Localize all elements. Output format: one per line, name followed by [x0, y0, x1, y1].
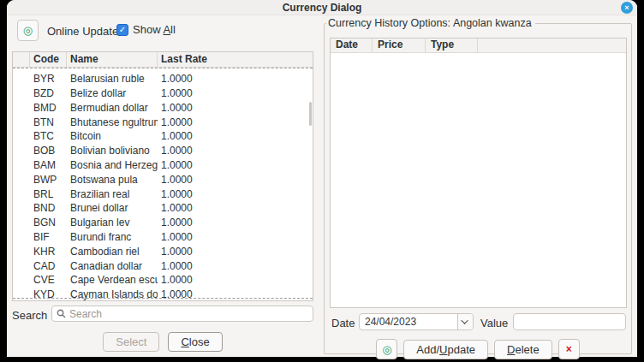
- table-cell: 1.0000: [158, 159, 313, 171]
- table-cell: 1.0000: [158, 260, 313, 272]
- table-row[interactable]: BZDBelize dollar1.0000: [13, 86, 313, 101]
- column-header-expander[interactable]: [13, 52, 30, 67]
- table-cell: 1.0000: [158, 73, 313, 85]
- close-icon[interactable]: ×: [621, 2, 633, 14]
- table-row[interactable]: CADCanadian dollar1.0000: [13, 258, 313, 273]
- table-cell: Botswana pula: [67, 174, 158, 186]
- table-cell: Belize dollar: [67, 87, 158, 99]
- value-input[interactable]: [513, 313, 626, 330]
- search-input[interactable]: [69, 308, 308, 320]
- show-all-checkbox[interactable]: ✓: [116, 24, 128, 36]
- table-cell: Bhutanese ngultrum: [67, 116, 158, 128]
- table-cell: Cambodian riel: [67, 246, 158, 258]
- table-cell: Cape Verdean escudo: [67, 274, 158, 286]
- table-cell: 1.0000: [158, 188, 313, 200]
- value-label: Value: [480, 317, 508, 329]
- table-cell: BGN: [30, 217, 67, 228]
- date-dropdown-button[interactable]: [457, 314, 473, 329]
- table-cell: KHR: [30, 246, 67, 258]
- currency-list-header[interactable]: Code Name Last Rate: [13, 52, 313, 68]
- table-cell: 1.0000: [158, 87, 313, 99]
- search-label: Search: [12, 309, 47, 322]
- table-cell: 1.0000: [158, 246, 313, 258]
- column-header-code[interactable]: Code: [30, 52, 67, 67]
- select-button[interactable]: Select: [103, 332, 159, 352]
- table-cell: Bulgarian lev: [67, 217, 158, 228]
- table-cell: 1.0000: [158, 217, 313, 228]
- table-cell: Canadian dollar: [67, 260, 158, 272]
- table-cell: 1.0000: [158, 231, 313, 243]
- table-cell: CVE: [30, 274, 67, 286]
- table-row[interactable]: BMDBermudian dollar1.0000: [13, 100, 313, 115]
- column-header-type[interactable]: Type: [426, 39, 478, 52]
- column-header-blank[interactable]: [478, 39, 626, 52]
- table-row[interactable]: BTCBitcoin1.0000: [13, 129, 313, 144]
- table-cell: BMD: [30, 102, 67, 114]
- table-cell: BAM: [30, 159, 67, 171]
- column-header-price[interactable]: Price: [373, 39, 426, 52]
- table-row[interactable]: BOBBolivian boliviano1.0000: [13, 144, 313, 158]
- history-table[interactable]: Date Price Type: [330, 38, 627, 308]
- date-label: Date: [331, 317, 355, 329]
- show-all-checkbox-group[interactable]: ✓ Show All: [116, 23, 176, 36]
- table-row[interactable]: BNDBrunei dollar1.0000: [13, 201, 313, 216]
- table-cell: BWP: [30, 174, 67, 186]
- table-cell: 1.0000: [158, 102, 313, 114]
- online-update-label: Online Update: [47, 25, 118, 38]
- vertical-scrollbar[interactable]: [309, 102, 312, 126]
- table-cell: BTC: [30, 130, 67, 142]
- delete-button[interactable]: Delete: [494, 340, 552, 359]
- date-combobox[interactable]: 24/04/2023: [359, 313, 474, 330]
- titlebar[interactable]: Currency Dialog ×: [7, 0, 637, 15]
- currency-history-title: Currency History Options: Angolan kwanza: [326, 17, 535, 29]
- chevron-down-icon: [461, 317, 468, 323]
- table-cell: BYR: [30, 73, 67, 85]
- column-header-name[interactable]: Name: [67, 52, 158, 67]
- table-cell: Bitcoin: [67, 130, 158, 142]
- table-row[interactable]: BTNBhutanese ngultrum1.0000: [13, 115, 313, 129]
- table-row[interactable]: BWPBotswana pula1.0000: [13, 172, 313, 187]
- table-row[interactable]: BAMBosnia and Herzegov1.0000: [13, 158, 313, 173]
- table-row[interactable]: BIFBurundi franc1.0000: [13, 230, 313, 245]
- table-cell: BZD: [30, 87, 67, 99]
- table-cell: 1.0000: [158, 116, 313, 128]
- table-cell: BIF: [30, 231, 67, 243]
- scroll-undershoot-top: [13, 68, 313, 68]
- remove-price-button[interactable]: ×: [558, 339, 580, 359]
- scroll-undershoot-bottom: [13, 298, 313, 299]
- table-cell: BND: [30, 202, 67, 214]
- table-row[interactable]: BGNBulgarian lev1.0000: [13, 216, 313, 230]
- table-cell: 1.0000: [158, 174, 313, 186]
- close-button[interactable]: Close: [168, 332, 222, 352]
- table-cell: Belarusian ruble: [67, 73, 158, 85]
- column-header-date[interactable]: Date: [331, 39, 373, 52]
- date-value[interactable]: 24/04/2023: [360, 314, 457, 329]
- table-row[interactable]: BYRBelarusian ruble1.0000: [13, 72, 313, 86]
- currency-list-body[interactable]: BBDBarbadian dollar1.0000BYRBelarusian r…: [13, 68, 313, 300]
- online-update-icon: ◎: [23, 25, 33, 36]
- table-cell: 1.0000: [158, 145, 313, 157]
- red-x-icon: ×: [566, 344, 572, 354]
- table-cell: 1.0000: [158, 130, 313, 142]
- table-cell: Burundi franc: [67, 231, 158, 243]
- search-field[interactable]: [51, 306, 313, 322]
- table-row[interactable]: BRLBrazilian real1.0000: [13, 187, 313, 201]
- search-icon: [57, 309, 66, 318]
- table-row[interactable]: KHRCambodian riel1.0000: [13, 244, 313, 258]
- table-cell: 1.0000: [158, 202, 313, 214]
- currency-list[interactable]: Code Name Last Rate BBDBarbadian dollar1…: [12, 51, 313, 301]
- table-cell: BOB: [30, 145, 67, 157]
- online-update-button[interactable]: ◎: [17, 20, 39, 41]
- currency-table-body: BBDBarbadian dollar1.0000BYRBelarusian r…: [13, 68, 313, 300]
- window-title: Currency Dialog: [283, 2, 362, 14]
- table-cell: Bermudian dollar: [67, 102, 158, 114]
- history-online-update-button[interactable]: ◎: [376, 339, 397, 359]
- column-header-last-rate[interactable]: Last Rate: [158, 52, 313, 67]
- table-cell: Brazilian real: [67, 188, 158, 200]
- table-cell: Bolivian boliviano: [67, 145, 158, 157]
- add-update-button[interactable]: Add/Update: [403, 340, 488, 359]
- table-cell: Bosnia and Herzegov: [67, 159, 158, 171]
- show-all-label: Show All: [133, 23, 176, 36]
- history-table-header[interactable]: Date Price Type: [331, 39, 626, 53]
- table-row[interactable]: CVECape Verdean escudo1.0000: [13, 273, 313, 288]
